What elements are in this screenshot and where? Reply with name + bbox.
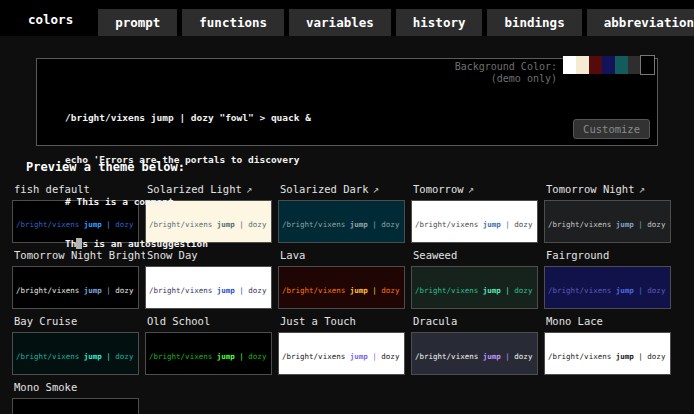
- tab-history[interactable]: history: [396, 9, 483, 36]
- theme-preview-box[interactable]: /bright/vixens jump | dozy "fowl" > quac…: [12, 398, 139, 414]
- sample-line-command: /bright/vixens jump | dozy "fowl" > quac…: [548, 353, 670, 362]
- theme-card-old-school[interactable]: Old School /bright/vixens jump | dozy "f…: [145, 314, 278, 375]
- theme-card-seaweed[interactable]: Seaweed /bright/vixens jump | dozy "fowl…: [411, 248, 544, 309]
- sample-line-command: /bright/vixens jump | dozy "fowl" > quac…: [149, 287, 271, 296]
- background-color-swatches: [563, 56, 654, 74]
- theme-preview-box[interactable]: /bright/vixens jump | dozy "fowl" > quac…: [278, 332, 405, 375]
- terminal-line-comment: # This is a comment: [65, 195, 311, 209]
- bg-color-swatch[interactable]: [615, 56, 628, 74]
- theme-card-mono-lace[interactable]: Mono Lace /bright/vixens jump | dozy "fo…: [544, 314, 677, 375]
- external-link-icon[interactable]: ↗: [468, 183, 474, 195]
- tab-colors[interactable]: colors: [8, 2, 93, 36]
- theme-card-tomorrow-night[interactable]: Tomorrow Night↗ /bright/vixens jump | do…: [544, 182, 677, 243]
- background-color-label-line1: Background Color:: [455, 61, 557, 73]
- theme-name: Tomorrow: [413, 183, 464, 195]
- sample-line-command: /bright/vixens jump | dozy "fowl" > quac…: [282, 287, 404, 296]
- sample-line-command: /bright/vixens jump | dozy "fowl" > quac…: [16, 287, 138, 296]
- theme-preview-box[interactable]: /bright/vixens jump | dozy "fowl" > quac…: [544, 200, 671, 243]
- theme-name: Tomorrow Night: [546, 183, 635, 195]
- tab-abbreviations[interactable]: abbreviations: [587, 9, 694, 36]
- terminal-line-error: echo 'Errors are the portals to discover…: [65, 153, 311, 167]
- theme-preview-box[interactable]: /bright/vixens jump | dozy "fowl" > quac…: [12, 332, 139, 375]
- bg-color-swatch[interactable]: [563, 56, 576, 74]
- external-link-icon[interactable]: ↗: [373, 183, 379, 195]
- theme-preview-box[interactable]: /bright/vixens jump | dozy "fowl" > quac…: [544, 266, 671, 309]
- theme-card-just-a-touch[interactable]: Just a Touch /bright/vixens jump | dozy …: [278, 314, 411, 375]
- external-link-icon[interactable]: ↗: [639, 183, 645, 195]
- theme-preview-box[interactable]: /bright/vixens jump | dozy "fowl" > quac…: [411, 200, 538, 243]
- terminal-preview-panel: Background Color: (demo only) /bright/vi…: [36, 58, 658, 146]
- theme-name: Old School: [147, 315, 210, 327]
- sample-line-command: /bright/vixens jump | dozy "fowl" > quac…: [149, 353, 271, 362]
- bg-color-swatch[interactable]: [641, 56, 654, 74]
- theme-name: Bay Cruise: [14, 315, 77, 327]
- terminal-sample-text: /bright/vixens jump | dozy "fowl" > quac…: [65, 83, 311, 279]
- theme-preview-box[interactable]: /bright/vixens jump | dozy "fowl" > quac…: [544, 332, 671, 375]
- theme-card-fairground[interactable]: Fairground /bright/vixens jump | dozy "f…: [544, 248, 677, 309]
- theme-card-mono-smoke[interactable]: Mono Smoke /bright/vixens jump | dozy "f…: [12, 380, 145, 414]
- theme-card-dracula[interactable]: Dracula /bright/vixens jump | dozy "fowl…: [411, 314, 544, 375]
- theme-name: Mono Smoke: [14, 381, 77, 393]
- tab-prompt[interactable]: prompt: [98, 9, 177, 36]
- theme-preview-box[interactable]: /bright/vixens jump | dozy "fowl" > quac…: [411, 332, 538, 375]
- theme-preview-box[interactable]: /bright/vixens jump | dozy "fowl" > quac…: [145, 332, 272, 375]
- tab-variables[interactable]: variables: [289, 9, 391, 36]
- bg-color-swatch[interactable]: [576, 56, 589, 74]
- bg-color-swatch[interactable]: [602, 56, 615, 74]
- terminal-line-command: /bright/vixens jump | dozy "fowl" > quac…: [65, 111, 311, 125]
- theme-name: Mono Lace: [546, 315, 603, 327]
- tab-functions[interactable]: functions: [182, 9, 284, 36]
- sample-line-command: /bright/vixens jump | dozy "fowl" > quac…: [415, 353, 537, 362]
- sample-line-command: /bright/vixens jump | dozy "fowl" > quac…: [548, 287, 670, 296]
- theme-name: Dracula: [413, 315, 457, 327]
- tab-bar: colorspromptfunctionsvariableshistorybin…: [0, 0, 694, 36]
- theme-card-bay-cruise[interactable]: Bay Cruise /bright/vixens jump | dozy "f…: [12, 314, 145, 375]
- bg-color-swatch[interactable]: [589, 56, 602, 74]
- sample-line-command: /bright/vixens jump | dozy "fowl" > quac…: [548, 221, 670, 230]
- bg-color-swatch[interactable]: [628, 56, 641, 74]
- sample-line-command: /bright/vixens jump | dozy "fowl" > quac…: [16, 353, 138, 362]
- theme-name: Fairground: [546, 249, 609, 261]
- sample-line-command: /bright/vixens jump | dozy "fowl" > quac…: [415, 221, 537, 230]
- sample-line-command: /bright/vixens jump | dozy "fowl" > quac…: [282, 353, 404, 362]
- background-color-label: Background Color: (demo only): [455, 61, 557, 85]
- customize-button[interactable]: Customize: [573, 119, 650, 139]
- terminal-line-autosuggestion: This is an autosuggestion: [65, 237, 311, 251]
- sample-line-command: /bright/vixens jump | dozy "fowl" > quac…: [415, 287, 537, 296]
- theme-name: Seaweed: [413, 249, 457, 261]
- theme-card-tomorrow[interactable]: Tomorrow↗ /bright/vixens jump | dozy "fo…: [411, 182, 544, 243]
- background-color-label-line2: (demo only): [455, 73, 557, 85]
- tab-bindings[interactable]: bindings: [487, 9, 581, 36]
- theme-name: Just a Touch: [280, 315, 356, 327]
- theme-preview-box[interactable]: /bright/vixens jump | dozy "fowl" > quac…: [411, 266, 538, 309]
